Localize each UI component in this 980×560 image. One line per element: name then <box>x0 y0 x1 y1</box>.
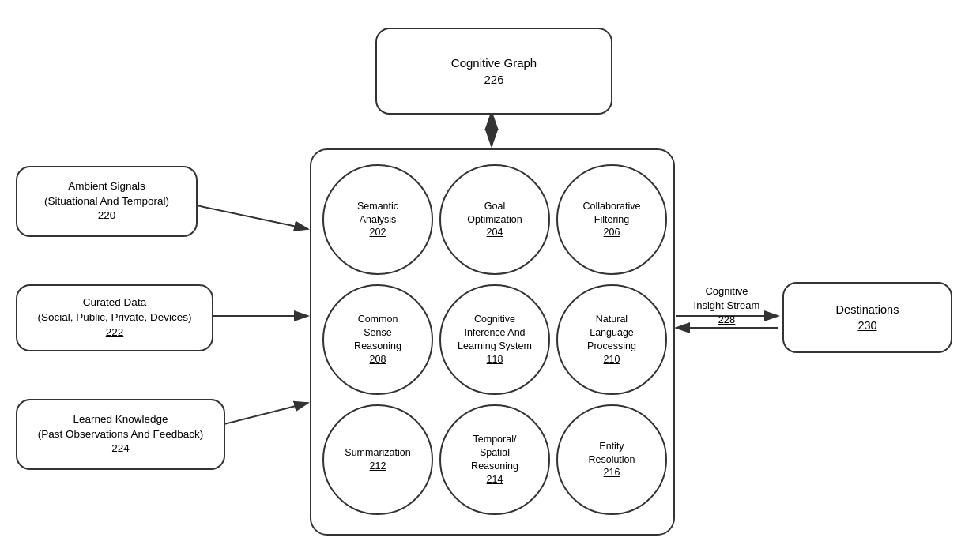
curated-data-ref: 222 <box>106 325 124 340</box>
collaborative-filtering-ref: 206 <box>604 226 620 239</box>
destinations-box: Destinations 230 <box>782 282 952 353</box>
cognitive-insight-ref: 228 <box>718 314 736 325</box>
cognitive-insight-label: CognitiveInsight Stream 228 <box>681 284 772 328</box>
nlp-circle: NaturalLanguageProcessing 210 <box>556 284 667 395</box>
cognitive-inference-circle: CognitiveInference AndLearning System 11… <box>439 284 550 395</box>
goal-optimization-ref: 204 <box>487 226 503 239</box>
semantic-analysis-circle: SemanticAnalysis 202 <box>322 164 433 275</box>
learned-knowledge-label: Learned Knowledge(Past Observations And … <box>38 412 203 442</box>
common-sense-ref: 208 <box>370 353 386 366</box>
curated-data-box: Curated Data(Social, Public, Private, De… <box>16 284 213 351</box>
semantic-analysis-ref: 202 <box>370 226 386 239</box>
entity-resolution-label: EntityResolution <box>588 440 635 467</box>
diagram: Cognitive Graph 226 Ambient Signals(Situ… <box>0 0 980 560</box>
curated-data-label: Curated Data(Social, Public, Private, De… <box>37 295 191 325</box>
summarization-circle: Summarization 212 <box>322 404 433 515</box>
goal-optimization-circle: GoalOptimization 204 <box>439 164 550 275</box>
entity-resolution-ref: 216 <box>604 466 620 479</box>
semantic-analysis-label: SemanticAnalysis <box>357 200 398 227</box>
cognitive-graph-ref: 226 <box>484 71 503 88</box>
summarization-ref: 212 <box>370 460 386 473</box>
collaborative-filtering-label: CollaborativeFiltering <box>583 200 641 227</box>
entity-resolution-circle: EntityResolution 216 <box>556 404 667 515</box>
collaborative-filtering-circle: CollaborativeFiltering 206 <box>556 164 667 275</box>
summarization-label: Summarization <box>345 446 410 460</box>
cognitive-graph-label: Cognitive Graph <box>451 54 537 71</box>
nlp-label: NaturalLanguageProcessing <box>587 313 636 353</box>
learned-knowledge-box: Learned Knowledge(Past Observations And … <box>16 399 225 470</box>
ambient-signals-ref: 220 <box>98 209 116 224</box>
goal-optimization-label: GoalOptimization <box>467 200 522 227</box>
destinations-ref: 230 <box>858 318 876 333</box>
destinations-label: Destinations <box>836 302 899 318</box>
nlp-ref: 210 <box>604 353 620 366</box>
cognitive-graph-box: Cognitive Graph 226 <box>375 28 612 115</box>
learned-knowledge-ref: 224 <box>111 442 130 457</box>
temporal-spatial-circle: Temporal/SpatialReasoning 214 <box>439 404 550 515</box>
common-sense-circle: CommonSenseReasoning 208 <box>322 284 433 395</box>
ambient-signals-box: Ambient Signals(Situational And Temporal… <box>16 166 198 237</box>
ambient-signals-label: Ambient Signals(Situational And Temporal… <box>44 179 169 209</box>
common-sense-label: CommonSenseReasoning <box>354 313 401 353</box>
temporal-spatial-ref: 214 <box>487 473 503 487</box>
cognitive-inference-label: CognitiveInference AndLearning System <box>458 313 532 353</box>
cognitive-inference-ref: 118 <box>487 353 503 366</box>
temporal-spatial-label: Temporal/SpatialReasoning <box>471 433 518 473</box>
